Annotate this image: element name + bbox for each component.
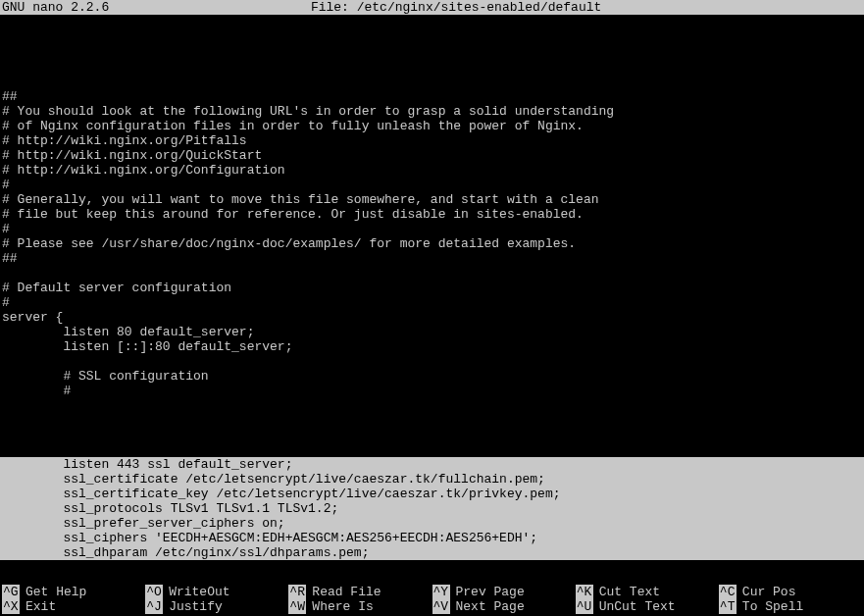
shortcut-label: Read File <box>312 585 381 599</box>
shortcut-writeout[interactable]: ^OWriteOut <box>145 585 288 599</box>
shortcut-next-page[interactable]: ^VNext Page <box>432 599 576 614</box>
app-name: GNU nano 2.2.6 <box>2 0 128 15</box>
shortcut-label: Cur Pos <box>742 585 796 599</box>
keycap: ^T <box>719 599 737 614</box>
keycap: ^W <box>288 599 306 614</box>
shortcut-uncut-text[interactable]: ^UUnCut Text <box>576 599 719 614</box>
shortcut-to-spell[interactable]: ^TTo Spell <box>719 599 862 614</box>
editor-area[interactable]: ## # You should look at the following UR… <box>0 15 864 457</box>
shortcut-label: WriteOut <box>169 585 229 599</box>
file-label: File: /etc/nginx/sites-enabled/default <box>128 0 744 15</box>
title-spacer <box>744 0 862 15</box>
shortcut-where-is[interactable]: ^WWhere Is <box>288 599 432 614</box>
keycap: ^C <box>719 585 737 599</box>
shortcut-justify[interactable]: ^JJustify <box>145 599 288 614</box>
shortcut-cut-text[interactable]: ^KCut Text <box>576 585 719 599</box>
keycap: ^X <box>2 599 20 614</box>
keycap: ^V <box>432 599 450 614</box>
shortcut-label: Cut Text <box>599 585 660 599</box>
keycap: ^Y <box>432 585 450 599</box>
shortcut-get-help[interactable]: ^GGet Help <box>2 585 145 599</box>
keycap: ^U <box>576 599 593 614</box>
keycap: ^G <box>2 585 20 599</box>
shortcut-bar: ^GGet Help ^OWriteOut ^RRead File ^YPrev… <box>0 585 864 616</box>
shortcut-label: Get Help <box>25 585 86 599</box>
shortcut-label: To Spell <box>742 599 803 614</box>
keycap: ^O <box>145 585 163 599</box>
shortcut-label: Exit <box>25 599 56 614</box>
shortcut-cur-pos[interactable]: ^CCur Pos <box>719 585 862 599</box>
editor-top[interactable]: ## # You should look at the following UR… <box>2 89 862 398</box>
shortcut-label: Where Is <box>312 599 373 614</box>
title-bar: GNU nano 2.2.6 File: /etc/nginx/sites-en… <box>0 0 864 15</box>
shortcut-label: UnCut Text <box>599 599 676 614</box>
keycap: ^R <box>288 585 306 599</box>
shortcut-prev-page[interactable]: ^YPrev Page <box>432 585 576 599</box>
keycap: ^J <box>145 599 163 614</box>
shortcut-exit[interactable]: ^XExit <box>2 599 145 614</box>
shortcut-label: Justify <box>169 599 223 614</box>
shortcut-label: Prev Page <box>456 585 525 599</box>
keycap: ^K <box>576 585 593 599</box>
shortcut-read-file[interactable]: ^RRead File <box>288 585 432 599</box>
shortcut-label: Next Page <box>456 599 525 614</box>
editor-selection[interactable]: listen 443 ssl default_server; ssl_certi… <box>0 457 864 560</box>
